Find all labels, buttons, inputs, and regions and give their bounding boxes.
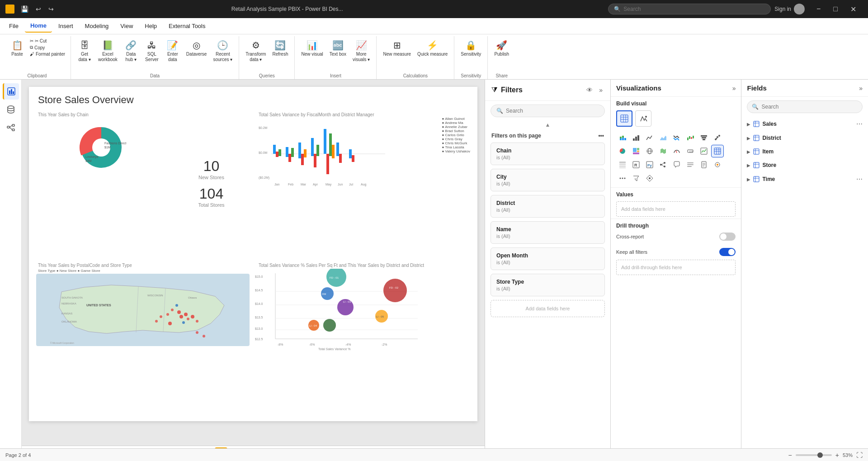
viz-icon-more[interactable] <box>616 172 629 185</box>
dataverse-button[interactable]: ◎ Dataverse <box>184 38 210 59</box>
viz-icon-kpi[interactable] <box>698 145 710 157</box>
filters-more-icon[interactable]: ••• <box>598 133 604 139</box>
viz-icon-pie-chart[interactable] <box>616 145 629 157</box>
filter-card-store-type[interactable]: Store Type is (All) <box>491 274 605 296</box>
transform-data-button[interactable]: ⚙ Transformdata ▾ <box>243 38 269 64</box>
menu-modeling[interactable]: Modeling <box>80 20 114 32</box>
map-card[interactable]: This Year Sales by PostalCode and Store … <box>34 260 251 419</box>
filter-card-city[interactable]: City is (All) <box>491 169 605 191</box>
global-search[interactable]: 🔍 <box>608 4 771 14</box>
field-more-icon[interactable]: ⋯ <box>856 120 863 128</box>
viz-expand-button[interactable]: » <box>732 85 736 92</box>
drill-drop-zone[interactable]: Add drill-through fields here <box>616 260 736 275</box>
sidebar-item-report[interactable] <box>3 83 19 100</box>
fields-search[interactable]: 🔍 <box>747 100 863 113</box>
viz-icon-scatter[interactable] <box>711 131 724 144</box>
sidebar-item-model[interactable] <box>3 119 19 136</box>
paste-button[interactable]: 📋 Paste <box>7 38 27 59</box>
menu-home[interactable]: Home <box>25 19 52 33</box>
menu-help[interactable]: Help <box>139 20 162 32</box>
get-data-button[interactable]: 🗄 Getdata ▾ <box>75 38 94 64</box>
fields-expand-button[interactable]: » <box>859 85 863 92</box>
viz-icon-format[interactable] <box>643 172 656 185</box>
bar-chart-card[interactable]: Total Sales Variance by FiscalMonth and … <box>255 109 472 257</box>
fit-page-button[interactable]: ⛶ <box>856 451 863 459</box>
excel-workbook-button[interactable]: 📗 Excelworkbook <box>95 38 120 64</box>
recent-sources-button[interactable]: 🕒 Recentsources ▾ <box>210 38 235 64</box>
filter-card-open-month[interactable]: Open Month is (All) <box>491 247 605 270</box>
menu-insert[interactable]: Insert <box>53 20 79 32</box>
field-group-item-header[interactable]: ▶ Item <box>741 146 868 157</box>
viz-icon-funnel[interactable] <box>698 131 710 144</box>
field-group-time-header[interactable]: ▶ Time ⋯ <box>741 173 868 185</box>
viz-values-drop-zone[interactable]: Add data fields here <box>616 201 736 217</box>
new-measure-button[interactable]: ⊞ New measure <box>380 38 414 59</box>
field-group-district-header[interactable]: ▶ District <box>741 132 868 144</box>
new-visual-button[interactable]: 📊 New visual <box>298 38 326 59</box>
fields-search-input[interactable] <box>761 104 858 110</box>
viz-icon-r-visual[interactable]: R <box>630 158 642 171</box>
filter-search-input[interactable] <box>506 108 599 114</box>
viz-icon-filled-map[interactable] <box>657 145 670 157</box>
field-group-sales-header[interactable]: ▶ Sales ⋯ <box>741 118 868 130</box>
viz-icon-card[interactable]: 123 <box>684 145 697 157</box>
filter-collapse-btn[interactable]: ▲ <box>485 121 610 129</box>
global-search-input[interactable] <box>623 6 750 12</box>
menu-file[interactable]: File <box>4 20 24 32</box>
maximize-button[interactable]: □ <box>827 0 844 18</box>
zoom-slider[interactable] <box>796 454 832 456</box>
enter-data-button[interactable]: 📝 Enterdata <box>163 38 183 64</box>
viz-icon-paginated[interactable] <box>698 158 710 171</box>
cross-report-toggle[interactable]: Off <box>719 233 736 241</box>
viz-icon-filter[interactable] <box>630 172 642 185</box>
cut-button[interactable]: ✂ ✂ Cut <box>28 38 67 44</box>
menu-view[interactable]: View <box>115 20 138 32</box>
sensitivity-button[interactable]: 🔒 Sensitivity <box>458 38 484 59</box>
quick-measure-button[interactable]: ⚡ Quick measure <box>415 38 450 59</box>
zoom-plus-icon[interactable]: + <box>835 451 839 459</box>
viz-icon-matrix[interactable] <box>616 158 629 171</box>
filters-search[interactable]: 🔍 <box>491 105 605 117</box>
filter-add-fields[interactable]: Add data fields here <box>491 300 605 317</box>
viz-icon-treemap[interactable] <box>630 145 642 157</box>
viz-icon-stacked-bar[interactable] <box>616 131 629 144</box>
scatter-card[interactable]: Total Sales Variance % Sales Per Sq Ft a… <box>255 260 472 419</box>
sidebar-item-data[interactable] <box>3 101 19 118</box>
viz-format-icon[interactable] <box>635 110 651 127</box>
viz-icon-gauge[interactable] <box>670 145 683 157</box>
format-painter-button[interactable]: 🖌 Format painter <box>28 51 67 57</box>
viz-icon-python[interactable]: Py <box>643 158 656 171</box>
zoom-minus-icon[interactable]: − <box>788 451 792 459</box>
report-canvas[interactable]: Store Sales Overview This Year Sales by … <box>29 87 477 421</box>
viz-icon-smart-narrative[interactable] <box>684 158 697 171</box>
filter-card-name[interactable]: Name is (All) <box>491 221 605 244</box>
viz-icon-area-chart[interactable] <box>657 131 670 144</box>
viz-icon-bar-chart[interactable] <box>630 131 642 144</box>
refresh-button[interactable]: 🔄 Refresh <box>269 38 291 59</box>
filter-card-district[interactable]: District is (All) <box>491 195 605 218</box>
text-box-button[interactable]: 🔤 Text box <box>327 38 349 59</box>
filters-expand-button[interactable]: » <box>598 85 604 95</box>
signin-button[interactable]: Sign in <box>774 4 805 14</box>
field-time-more-icon[interactable]: ⋯ <box>856 176 863 183</box>
viz-icon-waterfall[interactable] <box>684 131 697 144</box>
data-hub-button[interactable]: 🔗 Datahub ▾ <box>121 38 141 64</box>
viz-icon-qa-visual[interactable] <box>670 158 683 171</box>
viz-icon-decomp-tree[interactable] <box>657 158 670 171</box>
viz-icon-line-chart[interactable] <box>643 131 656 144</box>
publish-button[interactable]: 🚀 Publish <box>491 38 512 59</box>
field-group-store-header[interactable]: ▶ Store <box>741 159 868 171</box>
pie-chart-card[interactable]: This Year Sales by Chain Fashions Direct… <box>34 109 168 257</box>
viz-icon-map[interactable] <box>643 145 656 157</box>
keep-filters-toggle[interactable]: On <box>719 248 736 256</box>
viz-icon-paint[interactable] <box>711 158 724 171</box>
viz-icon-ribbon-chart[interactable] <box>670 131 683 144</box>
sql-server-button[interactable]: 🖧 SQLServer <box>142 38 162 64</box>
viz-icon-table[interactable] <box>711 145 724 157</box>
filter-card-chain[interactable]: Chain is (All) <box>491 143 605 165</box>
minimize-button[interactable]: − <box>810 0 827 18</box>
filters-eye-button[interactable]: 👁 <box>585 85 594 95</box>
close-button[interactable]: ✕ <box>844 0 863 18</box>
copy-button[interactable]: ⧉ Copy <box>28 44 67 51</box>
more-visuals-button[interactable]: 📈 Morevisuals ▾ <box>350 38 373 64</box>
